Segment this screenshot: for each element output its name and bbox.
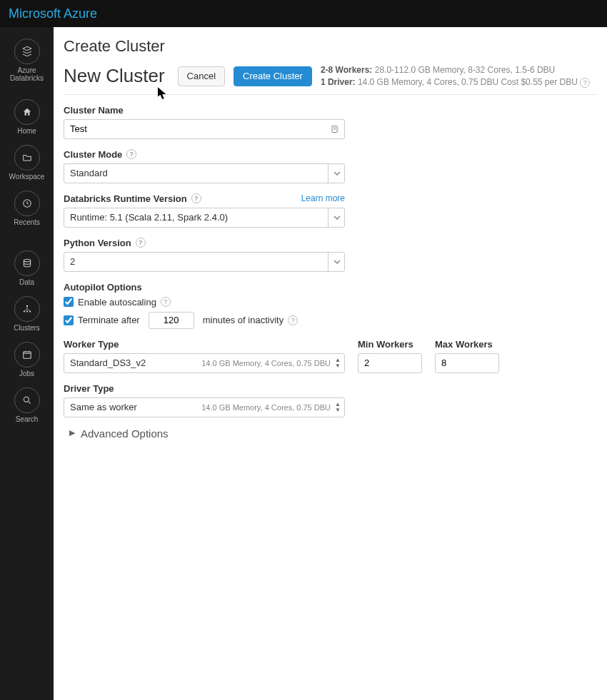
advanced-options-toggle[interactable]: ▶ Advanced Options [64, 427, 597, 440]
worker-type-label: Worker Type [64, 339, 345, 350]
autopilot-label: Autopilot Options [64, 282, 597, 293]
main-content: Create Cluster New Cluster Cancel Create… [54, 27, 607, 700]
min-workers-input[interactable] [358, 353, 422, 373]
sidebar-item-search[interactable]: Search [0, 382, 54, 427]
summary-driver-detail: 14.0 GB Memory, 4 Cores, 0.75 DBU Cost $… [358, 77, 578, 87]
runtime-label: Databricks Runtime Version [64, 193, 187, 204]
svg-point-1 [24, 259, 30, 262]
driver-type-select[interactable]: Same as worker [64, 397, 345, 417]
new-cluster-title: New Cluster [64, 65, 165, 87]
terminate-after-checkbox[interactable] [64, 315, 74, 325]
page-title: Create Cluster [64, 37, 597, 56]
terminate-after-suffix: minutes of inactivity [203, 315, 284, 325]
contacts-icon [331, 124, 339, 134]
svg-point-5 [29, 310, 30, 312]
sidebar-item-label: Recents [14, 218, 40, 226]
python-select[interactable]: 2 [64, 252, 345, 272]
sidebar-item-label: Home [17, 127, 36, 135]
cluster-icon [14, 296, 40, 322]
azure-logo-text: Microsoft Azure [9, 6, 97, 21]
cluster-mode-select[interactable]: Standard [64, 163, 345, 183]
header-row: New Cluster Cancel Create Cluster 2-8 Wo… [64, 64, 597, 95]
sidebar-item-label: Workspace [9, 173, 45, 181]
svg-point-3 [23, 310, 24, 312]
enable-autoscaling-checkbox[interactable] [64, 297, 74, 307]
cluster-name-field: Cluster Name [64, 105, 345, 139]
sidebar-item-label: Data [19, 278, 34, 286]
sidebar-item-recents[interactable]: Recents [0, 185, 54, 230]
summary-driver-label: 1 Driver: [321, 77, 356, 87]
summary-workers-detail: 28.0-112.0 GB Memory, 8-32 Cores, 1.5-6 … [375, 65, 556, 75]
terminate-after-prefix: Terminate after [78, 315, 140, 325]
cancel-button[interactable]: Cancel [178, 66, 225, 86]
folder-icon [14, 145, 40, 171]
svg-point-7 [24, 397, 29, 402]
max-workers-label: Max Workers [435, 339, 499, 350]
help-icon[interactable]: ? [191, 193, 201, 203]
cluster-name-input[interactable] [64, 119, 345, 139]
max-workers-input[interactable] [435, 353, 499, 373]
sidebar-item-data[interactable]: Data [0, 245, 54, 290]
sidebar-item-clusters[interactable]: Clusters [0, 290, 54, 336]
cluster-name-label: Cluster Name [64, 105, 345, 116]
search-icon [14, 387, 40, 413]
triangle-right-icon: ▶ [69, 428, 75, 437]
driver-type-label: Driver Type [64, 383, 345, 394]
sidebar: Azure Databricks Home Workspace Recents [0, 27, 54, 700]
help-icon[interactable]: ? [580, 78, 590, 88]
sidebar-item-label: Search [16, 415, 39, 423]
clock-icon [14, 191, 40, 216]
learn-more-link[interactable]: Learn more [301, 193, 345, 203]
driver-type-field: Driver Type Same as worker 14.0 GB Memor… [64, 383, 345, 417]
python-label: Python Version [64, 238, 131, 248]
database-icon [14, 250, 40, 276]
summary-workers-label: 2-8 Workers: [321, 65, 372, 75]
calendar-icon [14, 342, 40, 367]
sidebar-item-workspace[interactable]: Workspace [0, 139, 54, 185]
autopilot-section: Autopilot Options Enable autoscaling ? T… [64, 282, 597, 329]
runtime-field: Databricks Runtime Version ? Learn more … [64, 193, 345, 228]
svg-point-2 [26, 305, 27, 307]
sidebar-item-label: Jobs [19, 370, 34, 377]
help-icon[interactable]: ? [288, 315, 298, 325]
home-icon [14, 99, 40, 125]
advanced-options-label: Advanced Options [81, 427, 169, 440]
help-icon[interactable]: ? [136, 238, 146, 248]
sidebar-item-databricks[interactable]: Azure Databricks [0, 33, 54, 86]
create-cluster-button[interactable]: Create Cluster [234, 66, 312, 86]
sidebar-item-label: Clusters [14, 324, 40, 332]
python-field: Python Version ? 2 [64, 238, 345, 272]
databricks-icon [14, 39, 40, 64]
cluster-mode-field: Cluster Mode ? Standard [64, 149, 345, 183]
cursor-icon [158, 87, 168, 100]
worker-type-row: Worker Type Standard_DS3_v2 14.0 GB Memo… [64, 339, 597, 373]
svg-rect-6 [23, 352, 31, 358]
topbar: Microsoft Azure [0, 0, 607, 27]
terminate-minutes-input[interactable] [149, 312, 194, 329]
min-workers-label: Min Workers [358, 339, 422, 350]
sidebar-item-jobs[interactable]: Jobs [0, 336, 54, 382]
cluster-mode-label: Cluster Mode [64, 149, 122, 160]
runtime-select[interactable]: Runtime: 5.1 (Scala 2.11, Spark 2.4.0) [64, 208, 345, 228]
sidebar-item-label: Azure Databricks [0, 66, 54, 82]
help-icon[interactable]: ? [161, 297, 171, 307]
worker-type-select[interactable]: Standard_DS3_v2 [64, 353, 345, 373]
enable-autoscaling-label: Enable autoscaling [78, 297, 156, 308]
help-icon[interactable]: ? [126, 149, 136, 159]
svg-point-4 [26, 310, 27, 312]
cluster-summary: 2-8 Workers: 28.0-112.0 GB Memory, 8-32 … [321, 64, 590, 88]
sidebar-item-home[interactable]: Home [0, 93, 54, 139]
